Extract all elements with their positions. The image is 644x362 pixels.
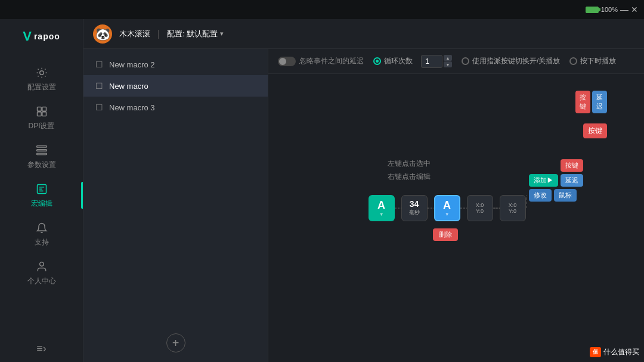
spinner-down-button[interactable]: ▼	[444, 61, 452, 67]
config-settings-icon	[35, 66, 49, 80]
ignore-delay-toggle-group: 忽略事件之间的延迟	[278, 56, 364, 66]
sidebar-item-user-center[interactable]: 个人中心	[0, 253, 83, 292]
minimize-button[interactable]: —	[620, 5, 628, 14]
battery-indicator: 100% — ✕	[586, 5, 638, 14]
mouse-btn[interactable]: 鼠标	[554, 189, 577, 202]
loop-number-input[interactable]: ▲ ▼	[421, 55, 452, 68]
ignore-delay-toggle[interactable]	[278, 57, 296, 66]
popup-panel: 按键 添加▶ 延迟 修改 鼠标	[529, 159, 583, 202]
coord2-x: X:0	[509, 202, 517, 208]
title-bar: 100% — ✕	[0, 0, 644, 19]
svg-rect-3	[37, 112, 41, 116]
modify-btn[interactable]: 修改	[529, 189, 552, 202]
popup-key-btn[interactable]: 按键	[575, 91, 590, 113]
macro-item-0[interactable]: ☐ New macro 2	[83, 54, 268, 75]
collapse-icon: ≡›	[36, 342, 47, 355]
sidebar-label-support: 支持	[35, 237, 49, 247]
sidebar-collapse-btn[interactable]: ≡›	[0, 335, 83, 362]
spinner-up-button[interactable]: ▲	[444, 55, 452, 61]
coord-node-1[interactable]: X:0 Y:0	[467, 195, 493, 221]
assign-radio-dot	[462, 57, 469, 65]
svg-rect-4	[42, 112, 46, 116]
logo-v-icon: V	[23, 29, 32, 44]
svg-point-0	[39, 71, 44, 75]
assign-label: 使用指派按键切换开/关播放	[472, 56, 560, 66]
support-icon	[35, 221, 49, 235]
watermark: 值 什么值得买	[590, 347, 639, 357]
sidebar-label-macro-editor: 宏编辑	[31, 199, 52, 209]
sidebar-item-param-settings[interactable]: 参数设置	[0, 137, 83, 176]
sidebar: V rapoo 配置设置 DPI设置	[0, 19, 83, 362]
sidebar-label-param-settings: 参数设置	[27, 160, 56, 170]
loop-count-radio[interactable]: 循环次数	[373, 56, 413, 66]
delete-button[interactable]: 删除	[433, 228, 458, 241]
delay-btn[interactable]: 延迟	[561, 174, 583, 187]
popup-actions: 按键 延迟	[575, 91, 607, 113]
close-button[interactable]: ✕	[631, 5, 638, 14]
coord1-x: X:0	[476, 202, 484, 208]
watermark-text: 什么值得买	[603, 347, 639, 357]
battery-icon	[586, 7, 599, 13]
macro-item-name-2: New macro 3	[109, 103, 155, 112]
sidebar-label-dpi-settings: DPI设置	[28, 121, 54, 131]
svg-rect-6	[36, 150, 47, 151]
popup-middle-row: 添加▶ 延迟	[529, 174, 583, 187]
sidebar-item-config-settings[interactable]: 配置设置	[0, 60, 83, 98]
key-node-a2-arrow: ▼	[445, 212, 450, 217]
user-center-icon	[35, 259, 49, 274]
loop-count-input[interactable]	[421, 55, 442, 68]
delay-value: 34	[410, 199, 419, 209]
sidebar-item-macro-editor[interactable]: 宏编辑	[0, 176, 83, 215]
delay-node[interactable]: 34 毫秒	[401, 195, 428, 221]
editor-canvas: 左键点击选中 右键点击编辑 按键 按键 延迟	[268, 74, 644, 362]
editor-panel: 忽略事件之间的延迟 循环次数 ▲ ▼ 使用指派按键切换开/关播放	[268, 49, 644, 362]
hold-label: 按下时播放	[580, 56, 616, 66]
sidebar-item-support[interactable]: 支持	[0, 215, 83, 253]
svg-rect-5	[36, 146, 47, 148]
macro-item-1[interactable]: ☐ New macro	[83, 75, 268, 97]
macro-add-area: +	[83, 324, 268, 362]
loop-radio-dot	[373, 57, 381, 65]
popup-key-button[interactable]: 按键	[583, 123, 607, 138]
key-node-a-char: A	[377, 199, 385, 212]
add-btn[interactable]: 添加▶	[529, 174, 558, 187]
svg-rect-7	[36, 153, 47, 155]
sidebar-label-user-center: 个人中心	[27, 276, 56, 286]
assign-key-radio[interactable]: 使用指派按键切换开/关播放	[462, 56, 560, 66]
macro-editor-icon	[35, 182, 49, 196]
macro-file-icon-0: ☐	[95, 60, 103, 69]
macro-list-panel: ☐ New macro 2 ☐ New macro ☐ New macro 3 …	[83, 49, 268, 362]
macro-list: ☐ New macro 2 ☐ New macro ☐ New macro 3	[83, 49, 268, 324]
hold-play-radio[interactable]: 按下时播放	[569, 56, 616, 66]
svg-rect-1	[37, 107, 41, 112]
coord2-y: Y:0	[509, 208, 516, 214]
delete-btn-area: 删除	[433, 226, 458, 241]
editor-toolbar: 忽略事件之间的延迟 循环次数 ▲ ▼ 使用指派按键切换开/关播放	[268, 49, 644, 74]
loop-radio-group: 循环次数 ▲ ▼	[373, 55, 452, 68]
macro-item-name-1: New macro	[109, 82, 148, 91]
watermark-badge: 值	[590, 347, 601, 357]
delay-unit: 毫秒	[409, 209, 420, 216]
sidebar-item-dpi-settings[interactable]: DPI设置	[0, 98, 83, 137]
nodes-container: 按键 添加▶ 延迟 修改 鼠标	[369, 159, 607, 267]
macro-file-icon-1: ☐	[95, 81, 103, 91]
popup-delay-btn[interactable]: 延迟	[592, 91, 607, 113]
macro-item-2[interactable]: ☐ New macro 3	[83, 97, 268, 118]
macro-file-icon-2: ☐	[95, 103, 103, 112]
key-node-a2-char: A	[443, 199, 451, 212]
macro-item-name-0: New macro 2	[109, 60, 155, 69]
key-btn[interactable]: 按键	[561, 159, 583, 172]
logo-rapoo: rapoo	[34, 32, 60, 41]
logo-area: V rapoo	[23, 25, 60, 48]
toggle-knob	[279, 58, 286, 65]
svg-point-9	[39, 262, 44, 267]
coord-node-2[interactable]: X:0 Y:0	[500, 195, 526, 221]
popup-menu: 按键 按键 延迟	[583, 123, 607, 141]
key-node-a[interactable]: A ▼	[369, 195, 395, 221]
add-macro-button[interactable]: +	[166, 333, 185, 352]
param-settings-icon	[35, 143, 49, 157]
popup-bottom-row: 修改 鼠标	[529, 189, 583, 202]
dpi-settings-icon	[35, 104, 49, 119]
ignore-delay-label: 忽略事件之间的延迟	[299, 56, 364, 66]
key-node-a-selected[interactable]: A ▼	[434, 195, 460, 221]
